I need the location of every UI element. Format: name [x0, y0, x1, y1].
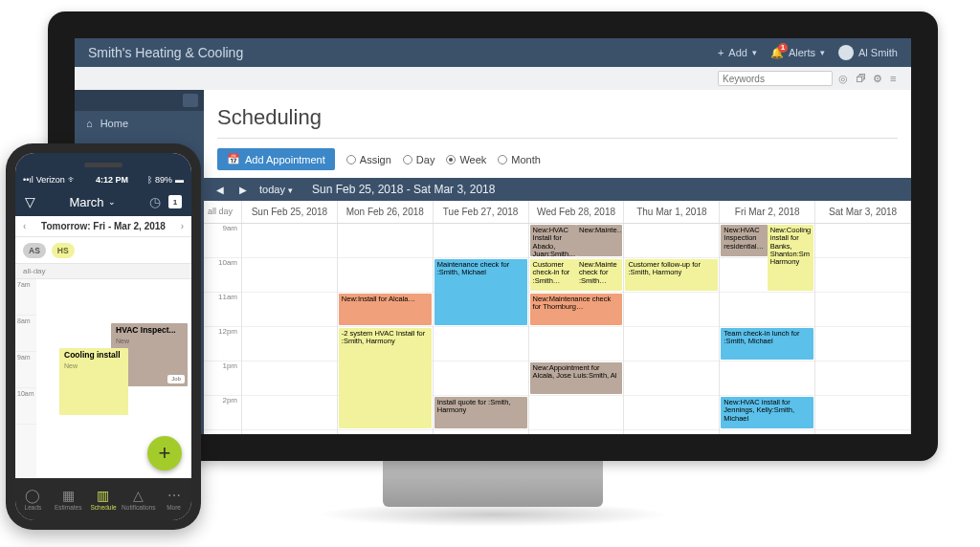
calendar-grid: 9am 10am 11am 12pm 1pm 2pm New:Install f…	[204, 224, 911, 434]
tab-icon: ▥	[97, 488, 109, 503]
sidebar-item-label: Home	[100, 118, 128, 129]
list-icon[interactable]: ≡	[890, 73, 902, 84]
month-selector[interactable]: March⌄	[69, 195, 115, 209]
status-bar: ••ılVerizonᯤ 4:12 PM ᛒ89%▬	[15, 153, 191, 187]
day-col-thu[interactable]: Customer follow-up for :Smith, Harmony	[624, 224, 720, 434]
page-title: Scheduling	[204, 90, 911, 138]
search-input[interactable]	[718, 71, 833, 86]
phone-date-label: Tomorrow: Fri - Mar 2, 2018	[41, 221, 166, 231]
day-header: Sat Mar 3, 2018	[815, 201, 911, 223]
phone-speaker	[84, 163, 122, 167]
day-header: Fri Mar 2, 2018	[720, 201, 815, 223]
day-col-fri[interactable]: New:HVAC Inspection residential…New:Cool…	[720, 224, 815, 434]
day-col-mon[interactable]: New:Install for Alcala…-2 system HVAC In…	[338, 224, 434, 434]
view-month[interactable]: Month	[498, 154, 541, 165]
next-chevron-icon[interactable]: ›	[181, 221, 184, 231]
day-header: Thu Mar 1, 2018	[624, 201, 720, 223]
time-slot: 2pm	[204, 396, 241, 430]
phone-hour: 9am	[15, 352, 36, 388]
tab-notifications[interactable]: △Notifications	[121, 478, 156, 520]
monitor-stand	[383, 461, 603, 507]
view-assign[interactable]: Assign	[346, 154, 391, 165]
today-button[interactable]: today ▾	[259, 184, 293, 195]
wifi-icon: ᯤ	[68, 175, 77, 185]
contact-icon[interactable]: 🗇	[856, 73, 867, 84]
tab-icon: ◯	[25, 488, 40, 503]
carrier: Verizon	[36, 175, 65, 185]
alerts-menu[interactable]: 🔔1 Alerts ▾	[770, 47, 825, 59]
phone-hour: 7am	[15, 279, 36, 316]
calendar-event[interactable]: New:Mainte check for :Smith…	[576, 259, 622, 291]
toolbar-row: ◎ 🗇 ⚙ ≡	[75, 67, 911, 90]
target-icon[interactable]: ◎	[838, 73, 850, 84]
calendar-event[interactable]: New:Maintenance check for Thornburg…	[530, 294, 623, 325]
main-panel: Scheduling 📅 Add Appointment Assign Day …	[204, 90, 911, 434]
person-chip[interactable]: AS	[23, 243, 46, 258]
sidebar-toggle[interactable]	[183, 94, 198, 107]
time-slot: 1pm	[204, 361, 241, 396]
calendar-days-row: all day Sun Feb 25, 2018 Mon Feb 26, 201…	[204, 201, 911, 224]
sidebar-collapse-row	[75, 90, 204, 111]
calendar-event[interactable]: Customer follow-up for :Smith, Harmony	[625, 259, 718, 291]
view-day[interactable]: Day	[403, 154, 435, 165]
divider	[217, 138, 898, 139]
calendar-event[interactable]: Install quote for :Smith, Harmony	[434, 397, 527, 428]
battery-pct: 89%	[155, 175, 172, 185]
view-week[interactable]: Week	[446, 154, 486, 165]
prev-arrow[interactable]: ◀	[213, 185, 227, 195]
plus-icon: +	[718, 47, 724, 58]
phone-date-strip: ‹ Tomorrow: Fri - Mar 2, 2018 ›	[15, 216, 191, 237]
signal-icon: ••ıl	[23, 175, 33, 185]
user-menu[interactable]: Al Smith	[838, 45, 898, 60]
filter-icon[interactable]: ▽	[25, 194, 35, 209]
tab-icon: ▦	[62, 488, 75, 503]
alerts-badge: 1	[778, 43, 788, 53]
phone-chips: AS HS	[15, 237, 191, 264]
clock-icon[interactable]: ◷	[149, 194, 161, 209]
calendar-event[interactable]: New:Install for Alcala…	[339, 294, 432, 325]
mobile-app: ••ılVerizonᯤ 4:12 PM ᛒ89%▬ ▽ March⌄ ◷ 1 …	[15, 153, 191, 520]
calendar-event[interactable]: New:Mainte…	[576, 225, 622, 256]
calendar-event[interactable]: New:Cooling install for Banks, Shanton:S…	[768, 225, 813, 291]
tab-estimates[interactable]: ▦Estimates	[51, 478, 86, 520]
person-chip[interactable]: HS	[52, 243, 75, 258]
calendar-event[interactable]: New:Appointment for Alcala, Jose Luis:Sm…	[530, 362, 623, 394]
time-slot: 10am	[204, 258, 241, 293]
day-col-sun[interactable]	[242, 224, 338, 434]
calendar-icon[interactable]: 1	[168, 195, 182, 208]
day-col-wed[interactable]: New:HVAC Install for Abado, Juan:Smith…N…	[529, 224, 625, 434]
fab-add-button[interactable]: +	[147, 436, 182, 470]
calendar-event[interactable]: -2 system HVAC Install for :Smith, Harmo…	[339, 328, 432, 428]
prev-chevron-icon[interactable]: ‹	[23, 221, 26, 231]
phone-calendar-event[interactable]: Cooling installNew	[59, 348, 128, 415]
tab-icon: ⋯	[167, 488, 181, 503]
add-menu[interactable]: + Add ▾	[718, 47, 757, 58]
add-appointment-label: Add Appointment	[245, 154, 325, 165]
add-appointment-button[interactable]: 📅 Add Appointment	[217, 148, 335, 170]
calendar-event[interactable]: New:HVAC Install for Abado, Juan:Smith…	[530, 225, 576, 256]
phone-allday-label: all-day	[15, 264, 191, 279]
tab-icon: △	[133, 488, 144, 503]
brand-name: Smith's Heating & Cooling	[88, 45, 243, 60]
calendar-event[interactable]: Team check-in lunch for :Smith, Michael	[721, 328, 813, 360]
sidebar-item-home[interactable]: ⌂ Home	[75, 111, 204, 136]
tab-schedule[interactable]: ▥Schedule	[86, 478, 122, 520]
gear-icon[interactable]: ⚙	[873, 73, 884, 84]
calendar-event[interactable]: Maintenance check for :Smith, Michael	[434, 259, 527, 325]
calendar-event[interactable]: New:HVAC Inspection residential…	[721, 225, 767, 256]
day-header: Mon Feb 26, 2018	[338, 201, 434, 223]
phone-hour: 8am	[15, 316, 36, 352]
time-gutter: 9am 10am 11am 12pm 1pm 2pm	[204, 224, 242, 434]
day-col-tue[interactable]: Maintenance check for :Smith, MichaelIns…	[434, 224, 529, 434]
tab-more[interactable]: ⋯More	[156, 478, 191, 520]
tab-leads[interactable]: ◯Leads	[15, 478, 51, 520]
next-arrow[interactable]: ▶	[236, 185, 250, 195]
bell-icon: 🔔1	[770, 47, 784, 59]
calendar-range: Sun Feb 25, 2018 - Sat Mar 3, 2018	[312, 183, 495, 196]
user-name: Al Smith	[858, 47, 898, 58]
day-col-sat[interactable]	[815, 224, 911, 434]
time-slot: 11am	[204, 293, 241, 327]
calendar-event[interactable]: Customer check-in for :Smith…	[530, 259, 576, 291]
calendar-event[interactable]: New:HVAC install for Jennings, Kelly:Smi…	[721, 397, 813, 428]
phone-hour: 10am	[15, 388, 36, 425]
